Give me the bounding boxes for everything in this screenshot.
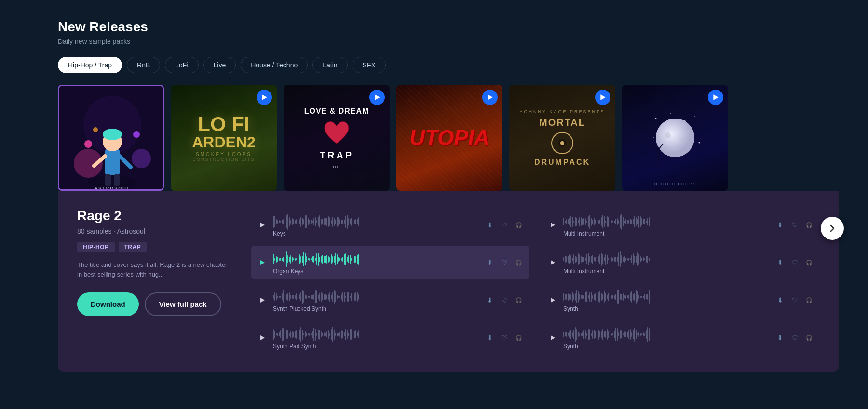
page-subtitle: Daily new sample packs bbox=[58, 38, 839, 45]
pack-play-lofi[interactable] bbox=[257, 90, 272, 105]
expanded-pack-meta: 80 samples · Astrosoul bbox=[77, 227, 231, 235]
track-actions-synth-plucked: ⬇ ♡ 🎧 bbox=[485, 295, 524, 305]
track-heart-synth-pad[interactable]: ♡ bbox=[500, 333, 509, 343]
track-download-synth-pad[interactable]: ⬇ bbox=[485, 333, 495, 343]
tab-rnb[interactable]: RnB bbox=[127, 57, 160, 73]
track-download-organ[interactable]: ⬇ bbox=[485, 258, 495, 267]
track-heart-multi1[interactable]: ♡ bbox=[790, 220, 800, 230]
track-actions-multi1: ⬇ ♡ 🎧 bbox=[775, 220, 814, 230]
track-play-synth-plucked[interactable] bbox=[257, 294, 268, 306]
pack-info-section: Rage 2 80 samples · Astrosoul HIP-HOP TR… bbox=[77, 208, 231, 355]
track-heart-multi2[interactable]: ♡ bbox=[790, 258, 800, 267]
heart-icon bbox=[322, 119, 351, 146]
genre-tabs: Hip-Hop / Trap RnB LoFi Live House / Tec… bbox=[58, 57, 839, 73]
track-row-multi2[interactable]: Multi Instrument ⬇ ♡ 🎧 bbox=[541, 246, 820, 279]
track-waveform-synth-plucked bbox=[273, 288, 480, 305]
track-heart-organ[interactable]: ♡ bbox=[500, 258, 509, 267]
track-headphone-synth1[interactable]: 🎧 bbox=[804, 295, 814, 305]
track-play-keys[interactable] bbox=[257, 219, 268, 231]
track-play-multi2[interactable] bbox=[547, 257, 558, 268]
pack-card-astrosoul[interactable]: ASTROSOUL bbox=[58, 85, 164, 191]
track-actions-organ: ⬇ ♡ 🎧 bbox=[485, 258, 524, 267]
track-row-synth1[interactable]: Synth ⬇ ♡ 🎧 bbox=[541, 283, 820, 317]
track-label-multi2: Multi Instrument bbox=[563, 251, 771, 275]
track-label-synth2: Synth bbox=[563, 326, 771, 350]
track-download-synth1[interactable]: ⬇ bbox=[775, 295, 785, 305]
svg-point-3 bbox=[132, 149, 151, 168]
svg-marker-37 bbox=[260, 223, 265, 227]
track-heart-synth1[interactable]: ♡ bbox=[790, 295, 800, 305]
track-actions-synth1: ⬇ ♡ 🎧 bbox=[775, 295, 814, 305]
track-name-keys: Keys bbox=[273, 230, 480, 237]
svg-text:ASTROSOUL: ASTROSOUL bbox=[95, 186, 131, 191]
track-download-multi1[interactable]: ⬇ bbox=[775, 220, 785, 230]
track-heart-synth2[interactable]: ♡ bbox=[790, 333, 800, 343]
main-container: New Releases Daily new sample packs Hip-… bbox=[0, 0, 868, 391]
svg-rect-5 bbox=[105, 149, 120, 175]
track-play-synth-pad[interactable] bbox=[257, 332, 268, 343]
track-heart-keys[interactable]: ♡ bbox=[500, 220, 509, 230]
svg-marker-42 bbox=[551, 298, 555, 303]
track-label-synth-pad: Synth Pad Synth bbox=[273, 326, 480, 350]
track-headphone-multi2[interactable]: 🎧 bbox=[804, 258, 814, 267]
svg-point-12 bbox=[84, 140, 92, 148]
pack-card-lofi[interactable]: LO FI ARDEN2 SMOKEY LOOPS CONSTRUCTION B… bbox=[171, 85, 277, 191]
track-row-synth-pad[interactable]: Synth Pad Synth ⬇ ♡ 🎧 bbox=[251, 321, 529, 355]
track-headphone-multi1[interactable]: 🎧 bbox=[804, 220, 814, 230]
track-download-synth2[interactable]: ⬇ bbox=[775, 333, 785, 343]
tab-latin[interactable]: Latin bbox=[312, 57, 347, 73]
track-headphone-synth-plucked[interactable]: 🎧 bbox=[514, 295, 524, 305]
track-label-multi1: Multi Instrument bbox=[563, 213, 771, 237]
pack-card-utopia[interactable]: UTOPiA bbox=[396, 85, 502, 191]
pack-card-night[interactable]: OTOOTO LOOPS bbox=[622, 85, 728, 191]
tab-hiphop-trap[interactable]: Hip-Hop / Trap bbox=[58, 57, 122, 73]
expanded-panel: Rage 2 80 samples · Astrosoul HIP-HOP TR… bbox=[58, 191, 839, 372]
track-headphone-keys[interactable]: 🎧 bbox=[514, 220, 524, 230]
track-download-synth-plucked[interactable]: ⬇ bbox=[485, 295, 495, 305]
track-label-synth1: Synth bbox=[563, 288, 771, 312]
pack-play-utopia[interactable] bbox=[482, 90, 498, 105]
track-headphone-organ[interactable]: 🎧 bbox=[514, 258, 524, 267]
expanded-pack-name: Rage 2 bbox=[77, 208, 231, 224]
track-headphone-synth-pad[interactable]: 🎧 bbox=[514, 333, 524, 343]
svg-point-30 bbox=[656, 119, 694, 157]
track-play-synth2[interactable] bbox=[547, 332, 558, 343]
track-play-organ[interactable] bbox=[257, 257, 268, 268]
svg-point-24 bbox=[670, 113, 671, 114]
track-download-keys[interactable]: ⬇ bbox=[485, 220, 495, 230]
track-row-synth-plucked[interactable]: Synth Plucked Synth ⬇ ♡ 🎧 bbox=[251, 283, 529, 317]
tab-live[interactable]: Live bbox=[203, 57, 236, 73]
track-name-synth-pad: Synth Pad Synth bbox=[273, 343, 480, 350]
track-row-synth2[interactable]: Synth ⬇ ♡ 🎧 bbox=[541, 321, 820, 355]
view-full-pack-button[interactable]: View full pack bbox=[145, 292, 221, 316]
track-name-synth1: Synth bbox=[563, 305, 771, 312]
track-play-multi1[interactable] bbox=[547, 219, 558, 231]
track-play-synth1[interactable] bbox=[547, 294, 558, 306]
download-button[interactable]: Download bbox=[77, 292, 139, 316]
pack-play-lovedream[interactable] bbox=[369, 90, 385, 105]
pack-play-night[interactable] bbox=[708, 90, 723, 105]
track-name-multi1: Multi Instrument bbox=[563, 230, 771, 237]
track-actions-multi2: ⬇ ♡ 🎧 bbox=[775, 258, 814, 267]
track-waveform-synth1 bbox=[563, 288, 771, 305]
moon-art bbox=[646, 109, 704, 167]
svg-point-14 bbox=[133, 131, 140, 138]
tab-sfx[interactable]: SFX bbox=[353, 57, 386, 73]
pack-card-lovedream[interactable]: LOVE & DREAM TRAP DP bbox=[284, 85, 390, 191]
track-actions-keys: ⬇ ♡ 🎧 bbox=[485, 220, 524, 230]
astrosoul-artwork: ASTROSOUL bbox=[59, 86, 164, 191]
pack-card-mortal[interactable]: YOHNNY KAGE PRESENTS MORTAL DRUMPACK bbox=[509, 85, 615, 191]
tab-house-techno[interactable]: House / Techno bbox=[241, 57, 308, 73]
svg-rect-11 bbox=[114, 174, 120, 186]
track-headphone-synth2[interactable]: 🎧 bbox=[804, 333, 814, 343]
pack-play-mortal[interactable] bbox=[595, 90, 610, 105]
track-download-multi2[interactable]: ⬇ bbox=[775, 258, 785, 267]
svg-marker-22 bbox=[600, 94, 606, 100]
track-row-keys[interactable]: Keys ⬇ ♡ 🎧 bbox=[251, 208, 529, 242]
track-name-synth-plucked: Synth Plucked Synth bbox=[273, 305, 480, 312]
track-heart-synth-plucked[interactable]: ♡ bbox=[500, 295, 509, 305]
svg-point-13 bbox=[93, 127, 98, 132]
track-row-multi1[interactable]: Multi Instrument ⬇ ♡ 🎧 bbox=[541, 208, 820, 242]
track-row-organ[interactable]: Organ Keys ⬇ ♡ 🎧 bbox=[251, 246, 529, 279]
tab-lofi[interactable]: LoFi bbox=[165, 57, 198, 73]
